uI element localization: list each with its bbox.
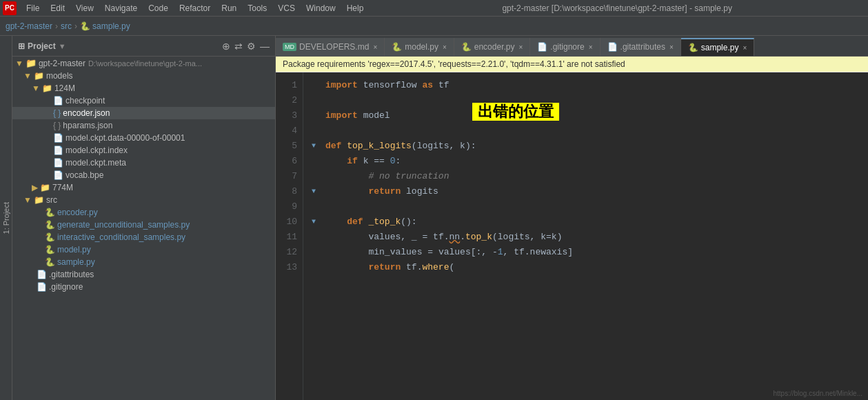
app-icon: PC (3, 1, 17, 15)
vocab-icon: 📄 (53, 170, 63, 180)
gitignore-icon: 📄 (37, 282, 47, 292)
encoder-json-icon: { } (53, 108, 61, 118)
tree-item-src[interactable]: ▼ 📁 src (12, 194, 275, 206)
tree-item-774m[interactable]: ▶ 📁 774M (12, 181, 275, 194)
breadcrumb-root[interactable]: gpt-2-master (6, 21, 52, 31)
editor-area: MD DEVELOPERS.md × 🐍 model.py × 🐍 encode… (276, 36, 868, 400)
code-line-12: min_values = values[:, -1, tf.newaxis] (312, 245, 860, 260)
tab-model-py[interactable]: 🐍 model.py × (385, 38, 454, 56)
project-title: ⊞ Project ▼ (18, 41, 66, 51)
774m-chevron: ▶ (32, 183, 38, 192)
tab-sample-py-close[interactable]: × (743, 44, 747, 52)
generate-py-label: generate_unconditional_samples.py (57, 220, 190, 230)
model-py-label: model.py (57, 245, 91, 254)
model-meta-icon: 📄 (53, 158, 63, 168)
code-area[interactable]: 1 2 3 4 5 6 7 8 9 10 11 12 13 import ten… (276, 72, 868, 400)
tree-item-interactive-py[interactable]: 🐍 interactive_conditional_samples.py (12, 231, 275, 243)
hparams-label: hparams.json (63, 121, 112, 130)
tree-item-model-meta[interactable]: 📄 model.ckpt.meta (12, 157, 275, 169)
watermark: https://blog.csdn.net/Minkle... (773, 390, 862, 397)
sidebar: 1: Project ⊞ Project ▼ ⊕ ⇄ ⚙ — (0, 36, 276, 400)
tree-item-checkpoint[interactable]: 📄 checkpoint (12, 94, 275, 107)
menu-navigate[interactable]: Navigate (99, 2, 143, 14)
project-tab[interactable]: 1: Project (0, 36, 12, 400)
root-folder-img: 📁 (26, 58, 37, 68)
124m-label: 124M (54, 83, 75, 93)
tree-item-root[interactable]: ▼ 📁 gpt-2-master D:\workspace\finetune\g… (12, 57, 275, 70)
menu-code[interactable]: Code (143, 2, 174, 14)
menu-vcs[interactable]: VCS (272, 2, 301, 14)
hparams-icon: { } (53, 121, 61, 130)
tree-item-hparams[interactable]: { } hparams.json (12, 119, 275, 132)
gitignore-tab-icon: 📄 (537, 42, 547, 52)
sample-py-icon: 🐍 (45, 257, 55, 267)
tab-model-py-close[interactable]: × (443, 43, 447, 51)
menu-edit[interactable]: Edit (45, 2, 70, 14)
model-meta-label: model.ckpt.meta (65, 158, 126, 168)
124m-folder-icon: 📁 (42, 83, 52, 93)
code-line-3: import model (312, 108, 860, 123)
tab-developers-md-close[interactable]: × (373, 43, 377, 51)
encoder-py-icon: 🐍 (45, 208, 55, 217)
breadcrumb-file[interactable]: sample.py (92, 21, 130, 31)
project-tab-label: 1: Project (2, 202, 10, 234)
menu-view[interactable]: View (70, 2, 99, 14)
encoder-py-label: encoder.py (57, 208, 98, 217)
tree-item-models[interactable]: ▼ 📁 models (12, 70, 275, 82)
scroll-from-source-btn[interactable]: ⇄ (234, 41, 243, 52)
file-tree: ▼ 📁 gpt-2-master D:\workspace\finetune\g… (12, 57, 275, 400)
tree-item-generate-py[interactable]: 🐍 generate_unconditional_samples.py (12, 219, 275, 231)
encoder-py-tab-icon: 🐍 (461, 42, 472, 52)
settings-btn[interactable]: ⚙ (247, 41, 256, 52)
menu-window[interactable]: Window (301, 2, 341, 14)
tree-item-gitattributes[interactable]: 📄 .gitattributes (12, 268, 275, 281)
tree-item-sample-py[interactable]: 🐍 sample.py (12, 256, 275, 268)
tab-sample-py[interactable]: 🐍 sample.py × (681, 38, 755, 56)
tab-encoder-py-close[interactable]: × (518, 43, 523, 51)
menu-help[interactable]: Help (341, 2, 370, 14)
code-line-7: # no truncation (312, 169, 860, 184)
tree-item-model-data[interactable]: 📄 model.ckpt.data-00000-of-00001 (12, 132, 275, 144)
tab-gitattributes-close[interactable]: × (669, 43, 674, 51)
model-data-label: model.ckpt.data-00000-of-00001 (65, 133, 185, 143)
menu-run[interactable]: Run (216, 2, 242, 14)
encoder-json-label: encoder.json (63, 108, 110, 118)
tree-item-model-py[interactable]: 🐍 model.py (12, 243, 275, 256)
menu-file[interactable]: File (21, 2, 45, 14)
minimize-btn[interactable]: — (260, 41, 270, 52)
menubar: PC File Edit View Navigate Code Refactor… (0, 0, 868, 17)
tab-encoder-py[interactable]: 🐍 encoder.py × (454, 38, 531, 56)
model-py-tab-icon: 🐍 (392, 42, 402, 52)
breadcrumb: gpt-2-master › src › 🐍 sample.py (0, 17, 868, 36)
tree-item-encoder-py[interactable]: 🐍 encoder.py (12, 206, 275, 219)
code-line-5: ▼ def top_k_logits(logits, k): (312, 139, 860, 154)
menu-tools[interactable]: Tools (242, 2, 272, 14)
tab-gitattributes[interactable]: 📄 .gitattributes × (600, 38, 681, 56)
breadcrumb-src[interactable]: src (61, 21, 72, 31)
gitattributes-label: .gitattributes (49, 270, 94, 279)
tree-item-model-index[interactable]: 📄 model.ckpt.index (12, 144, 275, 157)
tab-gitignore-close[interactable]: × (589, 43, 593, 51)
model-index-label: model.ckpt.index (65, 146, 128, 155)
sample-py-label: sample.py (57, 257, 95, 267)
project-panel: ⊞ Project ▼ ⊕ ⇄ ⚙ — ▼ 📁 gpt-2-m (12, 36, 275, 400)
tab-developers-md[interactable]: MD DEVELOPERS.md × (276, 38, 385, 56)
src-chevron: ▼ (23, 195, 32, 205)
md-icon: MD (283, 43, 296, 51)
tab-encoder-py-label: encoder.py (474, 42, 515, 52)
warning-bar: Package requirements 'regex==2017.4.5', … (276, 57, 868, 72)
tree-item-encoder-json[interactable]: { } encoder.json (12, 107, 275, 119)
code-content[interactable]: import tensorflow as tf import model (303, 72, 868, 400)
tree-item-124m[interactable]: ▼ 📁 124M (12, 82, 275, 94)
code-line-1: import tensorflow as tf (312, 78, 860, 93)
annotation-error-position: 出错的位置 (472, 103, 559, 121)
tab-model-py-label: model.py (405, 42, 438, 52)
tab-gitignore[interactable]: 📄 .gitignore × (530, 38, 600, 56)
models-chevron: ▼ (23, 71, 32, 81)
tree-item-vocab[interactable]: 📄 vocab.bpe (12, 169, 275, 181)
tree-item-gitignore[interactable]: 📄 .gitignore (12, 281, 275, 293)
locate-file-btn[interactable]: ⊕ (222, 41, 230, 52)
model-data-icon: 📄 (53, 133, 63, 143)
tab-bar: MD DEVELOPERS.md × 🐍 model.py × 🐍 encode… (276, 36, 868, 57)
menu-refactor[interactable]: Refactor (174, 2, 216, 14)
